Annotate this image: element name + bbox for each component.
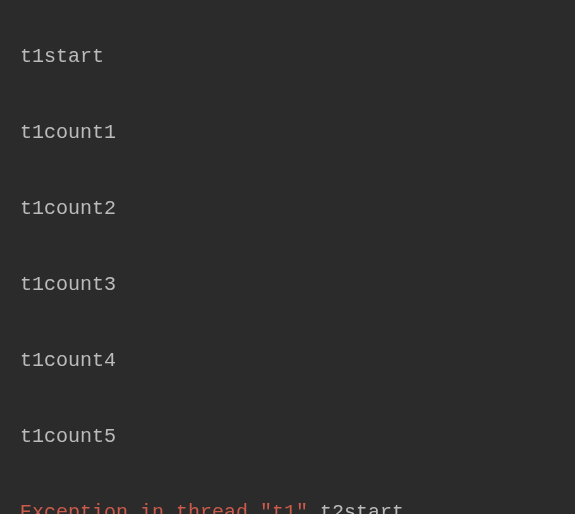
log-line: t1count3 [20,266,555,304]
log-line: t1count4 [20,342,555,380]
log-line: t1count2 [20,190,555,228]
log-line: t1count5 [20,418,555,456]
console-output: t1start t1count1 t1count2 t1count3 t1cou… [0,0,575,514]
log-text: t2start [320,501,404,514]
exception-header: Exception in thread "t1" [20,501,320,514]
log-line-mixed: Exception in thread "t1" t2start [20,494,555,514]
log-line: t1count1 [20,114,555,152]
log-line: t1start [20,38,555,76]
